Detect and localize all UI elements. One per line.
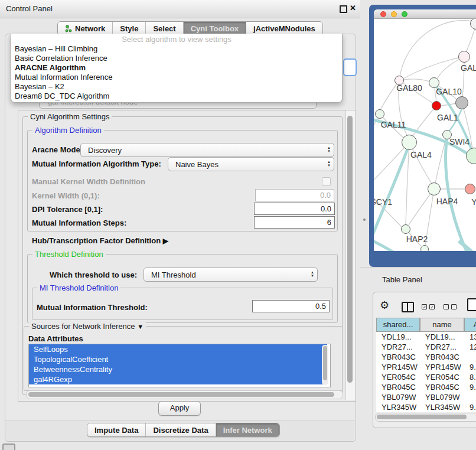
- algorithm-option[interactable]: Bayesian – K2: [11, 82, 342, 92]
- network-window-titlebar[interactable]: [374, 9, 476, 19]
- bottom-tabs: Impute DataDiscretize DataInfer Network: [87, 423, 280, 437]
- hub-definition-toggle[interactable]: Hub/Transcription Factor Definition ▶: [32, 236, 168, 245]
- tab-jactivemnodules[interactable]: jActiveMNodules: [246, 22, 322, 35]
- algorithm-option[interactable]: Basic Correlation Inference: [11, 54, 342, 63]
- table-row[interactable]: YDL19...YDL19...13: [376, 332, 476, 342]
- apply-button[interactable]: Apply: [158, 401, 201, 416]
- close-icon[interactable]: ✕: [350, 4, 356, 12]
- network-node-gal1[interactable]: [432, 101, 441, 110]
- which-threshold-combo[interactable]: MI Threshold ▲▼: [144, 268, 318, 282]
- algorithm-option[interactable]: Dream8 DC_TDC Algorithm: [11, 92, 342, 101]
- table-row[interactable]: YER054CYER054C8.: [376, 372, 476, 382]
- zoom-traffic-light[interactable]: [402, 11, 407, 17]
- network-node-gal4[interactable]: [402, 135, 417, 150]
- tab-discretize-data[interactable]: Discretize Data: [145, 423, 215, 436]
- float-window-icon[interactable]: [340, 5, 347, 13]
- attribute-item[interactable]: TopologicalCoefficient: [29, 354, 327, 364]
- minimized-panel-icon[interactable]: [2, 444, 15, 450]
- dpi-tolerance-field[interactable]: 0.0: [254, 203, 335, 215]
- table-cell: 12: [464, 342, 476, 352]
- table-horizontal-scrollbar-thumb[interactable]: [377, 415, 467, 419]
- table-row[interactable]: YBR045CYBR045C9.: [376, 382, 476, 392]
- column-header[interactable]: A: [464, 318, 476, 332]
- table-cell: YBL079W: [420, 392, 464, 402]
- table-row[interactable]: YLR345WYLR345W9.: [376, 402, 476, 412]
- aracne-mode-combo[interactable]: Discovery ▲▼: [80, 143, 334, 157]
- settings-vertical-scrollbar-thumb[interactable]: [347, 116, 353, 383]
- tab-label: Cyni Toolbox: [191, 24, 239, 33]
- tab-cyni-toolbox[interactable]: Cyni Toolbox: [183, 22, 246, 35]
- combo-arrows-icon: ▲▼: [327, 160, 331, 167]
- table-row[interactable]: YPR145WYPR145W9.: [376, 362, 476, 372]
- table-cell: YPR145W: [376, 362, 420, 372]
- mi-threshold-label: Mutual Information Threshold:: [37, 303, 148, 312]
- network-node-hap4[interactable]: [428, 182, 441, 195]
- column-header[interactable]: shared...: [376, 318, 420, 332]
- combo-arrows-icon: ▲▼: [327, 146, 331, 153]
- which-threshold-value: MI Threshold: [151, 270, 196, 279]
- table-cell: YLR345W: [420, 402, 464, 412]
- data-attributes-list[interactable]: SelfLoopsTopologicalCoefficientBetweenne…: [28, 344, 331, 387]
- tab-network[interactable]: Network: [58, 22, 112, 35]
- network-node[interactable]: [455, 96, 468, 109]
- mi-threshold-field[interactable]: 0.5: [252, 300, 330, 312]
- network-node-gal11[interactable]: [375, 109, 384, 119]
- node-label: SWI4: [449, 137, 470, 146]
- aracne-mode-value: Discovery: [88, 146, 122, 155]
- attribute-item[interactable]: gal4RGexp: [29, 374, 327, 384]
- tab-label: jActiveMNodules: [253, 24, 315, 33]
- chevron-right-icon: ▶: [163, 237, 168, 245]
- control-panel-titlebar: [0, 0, 360, 18]
- table-row[interactable]: YBR043CYBR043C: [376, 352, 476, 362]
- network-node[interactable]: [420, 245, 429, 251]
- network-node-y[interactable]: [465, 184, 475, 194]
- horizontal-splitter[interactable]: [360, 267, 476, 268]
- select-checked-icon[interactable]: ✓✓: [422, 304, 435, 309]
- tab-style[interactable]: Style: [112, 22, 145, 35]
- close-traffic-light[interactable]: [380, 11, 386, 17]
- table-row[interactable]: YDR27...YDR27...12: [376, 342, 476, 352]
- aracne-mode-label: Aracne Mode:: [32, 145, 83, 154]
- node-label: GAL4: [410, 150, 432, 159]
- gear-icon[interactable]: ⚙: [380, 299, 389, 312]
- table-cell: 9.: [464, 382, 476, 392]
- mi-algorithm-type-label: Mutual Information Algorithm Type:: [32, 159, 161, 168]
- manual-kernel-label: Manual Kernel Width Definition: [32, 177, 145, 186]
- mi-steps-field[interactable]: 6: [254, 216, 335, 229]
- network-canvas[interactable]: GALGAL80GAL10GAL1GAL11SWI4GAL4GCY1HAP4YH…: [374, 19, 476, 251]
- algorithm-definition-title: Algorithm Definition: [32, 126, 104, 135]
- mi-algorithm-type-combo[interactable]: Naive Bayes ▲▼: [168, 157, 334, 171]
- attributes-scrollbar-thumb[interactable]: [323, 346, 327, 380]
- node-label: HAP2: [406, 234, 428, 244]
- attribute-item[interactable]: SelfLoops: [29, 344, 327, 354]
- table-cell: YBL079W: [376, 392, 420, 402]
- algorithm-option[interactable]: Bayesian – Hill Climbing: [11, 44, 342, 54]
- tab-label: Impute Data: [94, 426, 138, 435]
- select-unchecked-icon[interactable]: [444, 304, 457, 309]
- tab-label: Style: [120, 24, 138, 33]
- splitter-handle[interactable]: [363, 219, 366, 221]
- column-header[interactable]: name: [420, 318, 464, 332]
- algorithm-option[interactable]: Mutual Information Inference: [11, 73, 342, 82]
- kernel-width-field: 0.0: [255, 189, 334, 201]
- attribute-item[interactable]: BetweennessCentrality: [29, 364, 327, 374]
- focused-combo-fragment[interactable]: [343, 58, 357, 76]
- tab-impute-data[interactable]: Impute Data: [87, 423, 145, 436]
- network-node-hap2[interactable]: [401, 224, 410, 234]
- network-node-gal[interactable]: [458, 51, 470, 63]
- page-icon[interactable]: [467, 298, 476, 311]
- table-cell: YLR345W: [376, 402, 420, 412]
- table-cell: YDL19...: [420, 332, 464, 342]
- node-label: Y: [471, 197, 476, 207]
- table-row[interactable]: YBL079WYBL079W: [376, 392, 476, 402]
- table-cell: YDR27...: [420, 342, 464, 352]
- settings-horizontal-scrollbar-thumb[interactable]: [28, 392, 334, 397]
- tab-select[interactable]: Select: [145, 22, 182, 35]
- tab-infer-network[interactable]: Infer Network: [216, 423, 279, 436]
- algorithm-option[interactable]: ARACNE Algorithm: [11, 63, 342, 73]
- network-window: GALGAL80GAL10GAL1GAL11SWI4GAL4GCY1HAP4YH…: [374, 9, 476, 251]
- minimize-traffic-light[interactable]: [391, 11, 397, 17]
- split-columns-icon[interactable]: [402, 302, 414, 312]
- combo-arrows-icon: ▲▼: [311, 270, 314, 278]
- sources-group-toggle[interactable]: Sources for Network Inference ▼: [29, 322, 146, 331]
